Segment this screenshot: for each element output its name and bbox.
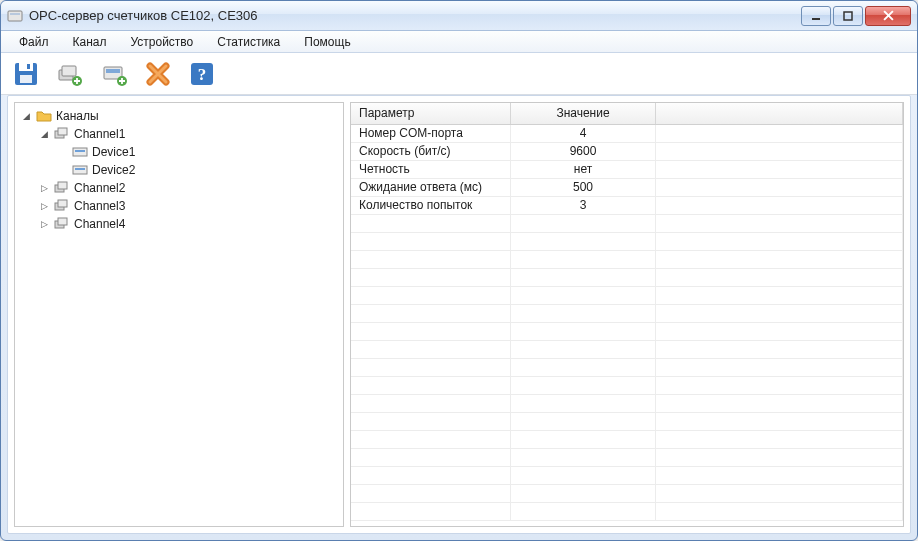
- menu-help[interactable]: Помощь: [294, 33, 360, 51]
- grid-header: Параметр Значение: [351, 103, 903, 125]
- svg-rect-19: [75, 150, 85, 152]
- channel-icon: [54, 126, 70, 142]
- svg-rect-1: [10, 13, 20, 15]
- menu-statistics[interactable]: Статистика: [207, 33, 290, 51]
- grid-row[interactable]: Скорость (бит/с)9600: [351, 143, 903, 161]
- cell-value[interactable]: 500: [511, 179, 656, 196]
- grid-row-empty: [351, 467, 903, 485]
- properties-grid: Параметр Значение Номер COM-порта4Скорос…: [350, 102, 904, 527]
- grid-row-empty: [351, 251, 903, 269]
- grid-row-empty: [351, 503, 903, 521]
- titlebar: OPC-сервер счетчиков CE102, CE306: [1, 1, 917, 31]
- app-icon: [7, 8, 23, 24]
- grid-row-empty: [351, 341, 903, 359]
- help-button[interactable]: ?: [185, 57, 219, 91]
- window-controls: [801, 6, 911, 26]
- save-icon: [12, 60, 40, 88]
- cell-param: Количество попыток: [351, 197, 511, 214]
- svg-rect-23: [58, 182, 67, 189]
- app-window: OPC-сервер счетчиков CE102, CE306 Файл К…: [0, 0, 918, 541]
- tree-device-2[interactable]: Device2: [57, 161, 341, 179]
- grid-row-empty: [351, 413, 903, 431]
- tree-channel-3[interactable]: ▷ Channel3: [39, 197, 341, 215]
- cell-spacer: [656, 179, 903, 196]
- add-device-button[interactable]: [97, 57, 131, 91]
- tree-item-label: Channel3: [74, 199, 125, 213]
- channel-icon: [54, 180, 70, 196]
- toolbar: ?: [1, 53, 917, 95]
- tree-item-label: Channel4: [74, 217, 125, 231]
- tree-panel[interactable]: ◢ Каналы ◢ C: [14, 102, 344, 527]
- cell-value[interactable]: 3: [511, 197, 656, 214]
- menu-file[interactable]: Файл: [9, 33, 59, 51]
- channel-icon: [54, 216, 70, 232]
- svg-rect-17: [58, 128, 67, 135]
- cell-value[interactable]: нет: [511, 161, 656, 178]
- svg-rect-2: [812, 18, 820, 20]
- window-title: OPC-сервер счетчиков CE102, CE306: [29, 8, 801, 23]
- column-header-spacer: [656, 103, 903, 124]
- tree-item-label: Channel1: [74, 127, 125, 141]
- cell-param: Скорость (бит/с): [351, 143, 511, 160]
- grid-row-empty: [351, 287, 903, 305]
- tree-channel-4[interactable]: ▷ Channel4: [39, 215, 341, 233]
- add-channel-icon: [56, 60, 84, 88]
- tree-channel-2[interactable]: ▷ Channel2: [39, 179, 341, 197]
- toggle-spacer: [57, 165, 68, 176]
- grid-body[interactable]: Номер COM-порта4Скорость (бит/с)9600Четн…: [351, 125, 903, 526]
- cell-spacer: [656, 143, 903, 160]
- tree-item-label: Device1: [92, 145, 135, 159]
- column-header-value[interactable]: Значение: [511, 103, 656, 124]
- help-icon: ?: [188, 60, 216, 88]
- tree-root[interactable]: ◢ Каналы: [21, 107, 341, 125]
- add-device-icon: [100, 60, 128, 88]
- grid-row[interactable]: Четностьнет: [351, 161, 903, 179]
- toggle-spacer: [57, 147, 68, 158]
- cell-param: Номер COM-порта: [351, 125, 511, 142]
- collapse-icon[interactable]: ◢: [39, 129, 50, 140]
- close-button[interactable]: [865, 6, 911, 26]
- grid-row-empty: [351, 233, 903, 251]
- svg-rect-12: [106, 69, 120, 73]
- client-area: ◢ Каналы ◢ C: [7, 95, 911, 534]
- cell-value[interactable]: 4: [511, 125, 656, 142]
- minimize-button[interactable]: [801, 6, 831, 26]
- grid-row-empty: [351, 323, 903, 341]
- maximize-button[interactable]: [833, 6, 863, 26]
- tree-channel-1[interactable]: ◢ Channel1: [39, 125, 341, 143]
- delete-button[interactable]: [141, 57, 175, 91]
- grid-row-empty: [351, 305, 903, 323]
- grid-row-empty: [351, 449, 903, 467]
- device-icon: [72, 144, 88, 160]
- cell-value[interactable]: 9600: [511, 143, 656, 160]
- channel-icon: [54, 198, 70, 214]
- expand-icon[interactable]: ▷: [39, 183, 50, 194]
- menu-channel[interactable]: Канал: [63, 33, 117, 51]
- svg-rect-5: [19, 63, 33, 71]
- svg-rect-9: [62, 66, 76, 76]
- tree-item-label: Channel2: [74, 181, 125, 195]
- save-button[interactable]: [9, 57, 43, 91]
- tree-device-1[interactable]: Device1: [57, 143, 341, 161]
- menubar: Файл Канал Устройство Статистика Помощь: [1, 31, 917, 53]
- grid-row-empty: [351, 485, 903, 503]
- svg-text:?: ?: [198, 65, 207, 84]
- expand-icon[interactable]: ▷: [39, 201, 50, 212]
- grid-row-empty: [351, 377, 903, 395]
- grid-row-empty: [351, 359, 903, 377]
- svg-rect-7: [27, 64, 30, 69]
- grid-row[interactable]: Ожидание ответа (мс)500: [351, 179, 903, 197]
- grid-row[interactable]: Количество попыток3: [351, 197, 903, 215]
- menu-device[interactable]: Устройство: [120, 33, 203, 51]
- grid-row[interactable]: Номер COM-порта4: [351, 125, 903, 143]
- cell-spacer: [656, 125, 903, 142]
- svg-rect-6: [20, 75, 32, 83]
- expand-icon[interactable]: ▷: [39, 219, 50, 230]
- collapse-icon[interactable]: ◢: [21, 111, 32, 122]
- cell-spacer: [656, 161, 903, 178]
- add-channel-button[interactable]: [53, 57, 87, 91]
- column-header-param[interactable]: Параметр: [351, 103, 511, 124]
- cell-spacer: [656, 197, 903, 214]
- svg-rect-27: [58, 218, 67, 225]
- svg-rect-21: [75, 168, 85, 170]
